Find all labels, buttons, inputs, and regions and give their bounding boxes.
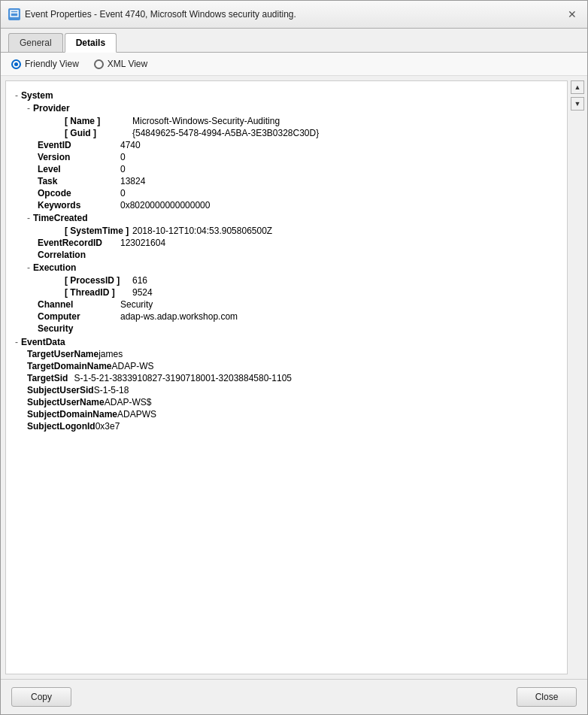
time-created-section: - TimeCreated [ SystemTime ] 2018-10-12T… — [27, 213, 558, 236]
version-value: 0 — [120, 152, 126, 162]
subject-logon-id-row: SubjectLogonId 0x3e7 — [15, 421, 558, 432]
provider-label: Provider — [33, 103, 70, 114]
friendly-view-option[interactable]: Friendly View — [11, 59, 79, 69]
xml-view-label: XML View — [108, 59, 147, 69]
level-value: 0 — [120, 164, 126, 174]
channel-value: Security — [120, 299, 153, 310]
provider-guid-row: [ Guid ] {54849625-5478-4994-A5BA-3E3B03… — [27, 128, 558, 138]
window-icon — [8, 8, 20, 20]
xml-view-radio[interactable] — [94, 59, 104, 69]
execution-header: - Execution — [27, 262, 558, 273]
computer-row: Computer adap-ws.adap.workshop.com — [15, 311, 558, 322]
system-time-value: 2018-10-12T10:04:53.905806500Z — [132, 226, 272, 236]
subject-user-name-row: SubjectUserName ADAP-WS$ — [15, 397, 558, 407]
keywords-value: 0x8020000000000000 — [120, 200, 210, 211]
subject-user-sid-value: S-1-5-18 — [94, 385, 129, 395]
view-options: Friendly View XML View — [1, 53, 587, 76]
content-area: - System - Provider [ Name ] Microsoft-W… — [1, 76, 587, 679]
target-sid-value: S-1-5-21-3833910827-3190718001-320388458… — [68, 373, 292, 383]
subject-user-sid-row: SubjectUserSid S-1-5-18 — [15, 385, 558, 395]
level-row: Level 0 — [15, 164, 558, 174]
correlation-row: Correlation — [15, 250, 558, 260]
subject-user-name-label: SubjectUserName — [27, 397, 105, 407]
correlation-label: Correlation — [15, 250, 120, 260]
security-label: Security — [15, 323, 120, 334]
scroll-up-button[interactable]: ▲ — [571, 80, 584, 94]
opcode-row: Opcode 0 — [15, 188, 558, 198]
thread-id-value: 9524 — [132, 287, 153, 298]
target-domain-name-label: TargetDomainName — [27, 361, 111, 371]
provider-section: - Provider [ Name ] Microsoft-Windows-Se… — [27, 103, 558, 138]
thread-id-label: [ ThreadID ] — [27, 287, 132, 298]
event-record-id-label: EventRecordID — [15, 238, 120, 248]
task-label: Task — [15, 176, 120, 186]
task-row: Task 13824 — [15, 176, 558, 186]
channel-row: Channel Security — [15, 299, 558, 310]
channel-label: Channel — [15, 299, 120, 310]
provider-name-value: Microsoft-Windows-Security-Auditing — [132, 116, 280, 126]
subject-logon-id-value: 0x3e7 — [95, 421, 120, 432]
event-record-id-value: 123021604 — [120, 238, 165, 248]
subject-domain-name-value: ADAPWS — [117, 409, 156, 420]
xml-view-option[interactable]: XML View — [94, 59, 147, 69]
event-id-row: EventID 4740 — [15, 140, 558, 150]
time-created-label: TimeCreated — [33, 213, 87, 223]
tabs-bar: General Details — [1, 29, 587, 53]
tab-general[interactable]: General — [8, 33, 63, 52]
execution-section: - Execution [ ProcessID ] 616 [ ThreadID… — [27, 262, 558, 298]
window-title: Event Properties - Event 4740, Microsoft… — [25, 9, 296, 20]
keywords-row: Keywords 0x8020000000000000 — [15, 200, 558, 211]
friendly-view-radio[interactable] — [11, 59, 21, 69]
event-id-value: 4740 — [120, 140, 141, 150]
subject-user-sid-label: SubjectUserSid — [27, 385, 94, 395]
tab-details[interactable]: Details — [65, 33, 117, 53]
target-user-name-label: TargetUserName — [27, 349, 99, 359]
execution-collapse[interactable]: - — [27, 262, 30, 273]
scrollbar-panel: ▲ ▼ — [568, 76, 587, 679]
security-row: Security — [15, 323, 558, 334]
title-bar-left: Event Properties - Event 4740, Microsoft… — [8, 8, 296, 20]
provider-name-row: [ Name ] Microsoft-Windows-Security-Audi… — [27, 116, 558, 126]
friendly-view-label: Friendly View — [25, 59, 79, 69]
task-value: 13824 — [120, 176, 145, 186]
title-bar: Event Properties - Event 4740, Microsoft… — [1, 1, 587, 29]
copy-button[interactable]: Copy — [11, 687, 71, 707]
system-section: - System - Provider [ Name ] Microsoft-W… — [15, 90, 558, 334]
radio-dot — [14, 62, 18, 66]
event-data-label: EventData — [21, 337, 65, 347]
close-icon[interactable]: ✕ — [565, 7, 580, 22]
time-created-header: - TimeCreated — [27, 213, 558, 223]
event-data-collapse[interactable]: - — [15, 337, 18, 347]
provider-collapse-dash[interactable]: - — [27, 103, 30, 114]
provider-guid-label: [ Guid ] — [27, 128, 132, 138]
system-collapse-dash[interactable]: - — [15, 90, 18, 101]
subject-user-name-value: ADAP-WS$ — [105, 397, 152, 407]
event-properties-window: Event Properties - Event 4740, Microsoft… — [0, 0, 588, 715]
computer-value: adap-ws.adap.workshop.com — [120, 311, 238, 322]
svg-rect-0 — [11, 11, 18, 17]
subject-domain-name-label: SubjectDomainName — [27, 409, 117, 420]
process-id-label: [ ProcessID ] — [27, 275, 132, 286]
thread-id-row: [ ThreadID ] 9524 — [27, 287, 558, 298]
footer: Copy Close — [1, 679, 587, 714]
provider-guid-value: {54849625-5478-4994-A5BA-3E3B0328C30D} — [132, 128, 319, 138]
close-button[interactable]: Close — [517, 687, 577, 707]
version-row: Version 0 — [15, 152, 558, 162]
target-domain-name-row: TargetDomainName ADAP-WS — [15, 361, 558, 371]
version-label: Version — [15, 152, 120, 162]
provider-header: - Provider — [27, 103, 558, 114]
process-id-value: 616 — [132, 275, 147, 286]
target-sid-label: TargetSid — [27, 373, 68, 383]
event-data-header: - EventData — [15, 337, 558, 347]
subject-logon-id-label: SubjectLogonId — [27, 421, 95, 432]
system-time-label: [ SystemTime ] — [27, 226, 132, 236]
scroll-down-button[interactable]: ▼ — [571, 97, 584, 111]
target-user-name-value: james — [99, 349, 123, 359]
event-data-section: - EventData TargetUserName james TargetD… — [15, 337, 558, 432]
process-id-row: [ ProcessID ] 616 — [27, 275, 558, 286]
subject-domain-name-row: SubjectDomainName ADAPWS — [15, 409, 558, 420]
execution-label: Execution — [33, 262, 76, 273]
target-user-name-row: TargetUserName james — [15, 349, 558, 359]
time-created-collapse[interactable]: - — [27, 213, 30, 223]
details-content[interactable]: - System - Provider [ Name ] Microsoft-W… — [5, 80, 568, 674]
